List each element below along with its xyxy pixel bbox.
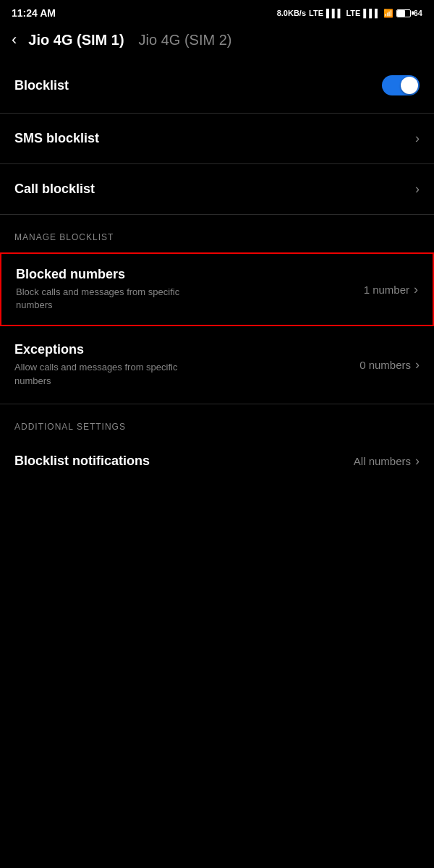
blocked-numbers-row[interactable]: Blocked numbers Block calls and messages…	[0, 252, 434, 326]
signal-bars-1: ▌▌▌	[326, 9, 343, 17]
exceptions-chevron: ›	[415, 357, 420, 373]
blocked-numbers-text: Blocked numbers Block calls and messages…	[16, 267, 364, 312]
blocklist-label: Blocklist	[14, 78, 69, 93]
wifi-icon: 📶	[383, 9, 393, 18]
additional-settings-header: ADDITIONAL SETTINGS	[0, 407, 434, 439]
exceptions-count-value: 0 numbers	[359, 359, 411, 371]
data-speed: 8.0KB/s	[277, 9, 306, 17]
divider-3	[0, 214, 434, 215]
blocked-numbers-subtitle: Block calls and messages from specific n…	[16, 286, 182, 312]
sms-blocklist-row[interactable]: SMS blocklist ›	[0, 116, 434, 161]
blocked-numbers-title: Blocked numbers	[16, 267, 364, 282]
status-time: 11:24 AM	[12, 7, 56, 19]
divider-4	[0, 404, 434, 404]
notifications-chevron: ›	[415, 454, 420, 469]
exceptions-count: 0 numbers ›	[359, 357, 420, 373]
exceptions-title: Exceptions	[14, 342, 359, 357]
signal-bars-2: ▌▌▌	[363, 9, 380, 17]
toggle-knob	[401, 77, 418, 94]
call-blocklist-label: Call blocklist	[14, 182, 95, 197]
sms-blocklist-label: SMS blocklist	[14, 131, 99, 146]
divider-1	[0, 113, 434, 114]
blocked-numbers-count-value: 1 number	[364, 284, 409, 296]
blocked-numbers-count: 1 number ›	[364, 282, 418, 297]
exceptions-subtitle: Allow calls and messages from specific n…	[14, 361, 181, 387]
back-button[interactable]: ‹	[12, 30, 17, 49]
exceptions-text: Exceptions Allow calls and messages from…	[14, 342, 359, 387]
toolbar: ‹ Jio 4G (SIM 1) Jio 4G (SIM 2)	[0, 23, 434, 61]
battery-icon	[396, 9, 411, 17]
tab-sim2[interactable]: Jio 4G (SIM 2)	[139, 32, 232, 48]
notifications-value-text: All numbers	[354, 455, 411, 467]
notifications-value: All numbers ›	[354, 454, 420, 469]
manage-blocklist-header: MANAGE BLOCKLIST	[0, 218, 434, 250]
battery-percent: 64	[414, 9, 422, 17]
tab-sim1[interactable]: Jio 4G (SIM 1)	[28, 32, 124, 48]
divider-2	[0, 163, 434, 164]
status-bar: 11:24 AM 8.0KB/s LTE ▌▌▌ LTE ▌▌▌ 📶 64	[0, 0, 434, 23]
blocked-numbers-chevron: ›	[414, 282, 418, 297]
call-blocklist-row[interactable]: Call blocklist ›	[0, 167, 434, 211]
call-blocklist-chevron: ›	[415, 182, 420, 197]
sms-blocklist-chevron: ›	[415, 131, 420, 146]
exceptions-row[interactable]: Exceptions Allow calls and messages from…	[0, 329, 434, 400]
blocklist-toggle[interactable]	[382, 75, 420, 95]
lte-icon-2: LTE	[346, 9, 360, 17]
lte-icon: LTE	[309, 9, 323, 17]
blocklist-notifications-row[interactable]: Blocklist notifications All numbers ›	[0, 439, 434, 483]
blocklist-notifications-title: Blocklist notifications	[14, 454, 150, 469]
blocklist-row: Blocklist	[0, 61, 434, 110]
status-icons: 8.0KB/s LTE ▌▌▌ LTE ▌▌▌ 📶 64	[277, 9, 422, 18]
